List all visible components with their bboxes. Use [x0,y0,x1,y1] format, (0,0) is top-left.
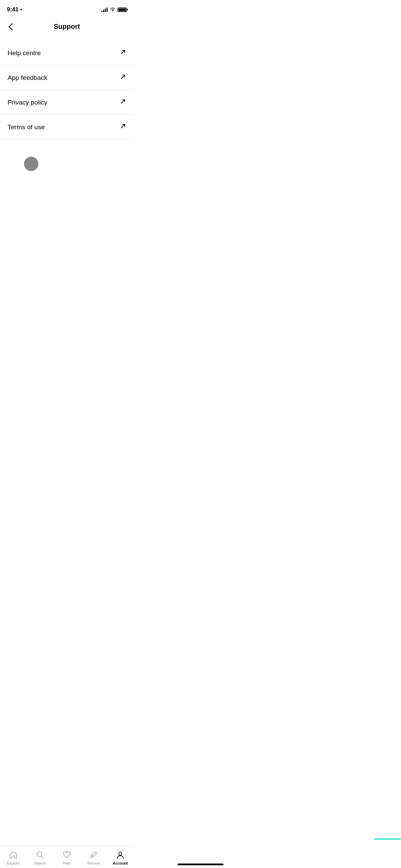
battery-icon [118,8,127,12]
menu-item-label: Help centre [8,49,41,57]
menu-item-label: Terms of use [8,123,45,131]
location-icon: ‣ [20,7,23,12]
external-link-icon [120,98,126,106]
menu-item-label: Privacy policy [8,99,47,106]
content-area [0,140,134,178]
menu-item-help-centre[interactable]: Help centre [0,41,134,65]
menu-item-app-feedback[interactable]: App feedback [0,65,134,90]
menu-item-terms-of-use[interactable]: Terms of use [0,115,134,140]
external-link-icon [120,123,126,131]
menu-item-label: App feedback [8,74,47,82]
wifi-icon [110,7,116,12]
page-title: Support [54,23,80,31]
status-icons [101,7,127,12]
gray-dot [24,157,38,171]
status-bar: 9:41 ‣ [0,0,134,17]
menu-item-privacy-policy[interactable]: Privacy policy [0,90,134,115]
svg-point-0 [112,10,113,11]
signal-bars-icon [101,7,108,12]
back-button[interactable] [7,22,14,32]
external-link-icon [120,74,126,82]
external-link-icon [120,49,126,57]
nav-header: Support [0,17,134,37]
menu-list: Help centre App feedback Privacy policy … [0,41,134,140]
status-time: 9:41 ‣ [7,6,23,13]
